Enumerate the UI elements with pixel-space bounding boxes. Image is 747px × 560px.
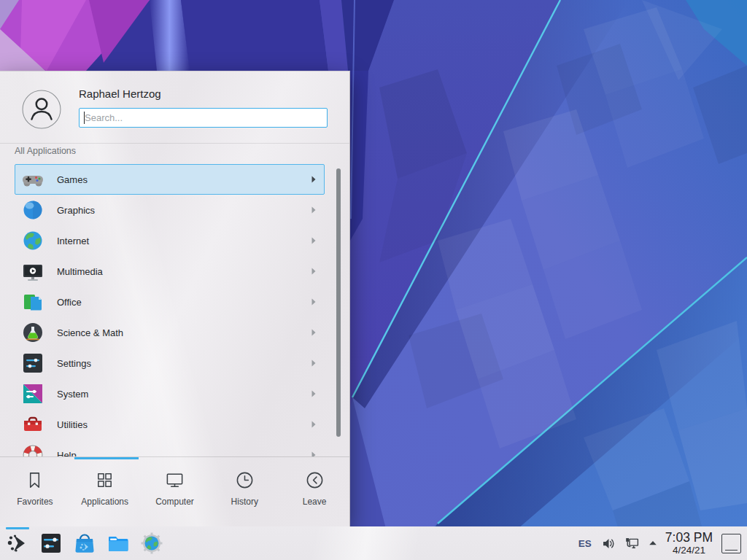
tab-label: Favorites	[17, 497, 53, 507]
show-desktop-button[interactable]	[721, 534, 741, 553]
chevron-right-icon	[311, 236, 317, 245]
tab-favorites[interactable]: Favorites	[0, 458, 70, 526]
multimedia-icon	[21, 260, 44, 283]
tab-history[interactable]: History	[209, 458, 279, 526]
section-label: All Applications	[15, 146, 76, 156]
category-office[interactable]: Office	[15, 287, 325, 317]
clock-time: 7:03 PM	[665, 531, 713, 545]
category-label: Internet	[57, 236, 89, 246]
chevron-right-icon	[311, 175, 317, 184]
category-system[interactable]: System	[15, 378, 325, 409]
web-browser-button[interactable]	[139, 530, 165, 556]
chevron-right-icon	[311, 206, 317, 214]
caret-up-icon[interactable]	[648, 538, 658, 548]
category-internet[interactable]: Internet	[15, 225, 325, 256]
clock-date: 4/24/21	[665, 545, 713, 556]
gamepad-icon	[21, 168, 44, 191]
user-name: Raphael Hertzog	[79, 88, 161, 100]
category-list: Games Graphics Internet Multimedia Offic…	[0, 160, 350, 456]
discover-button[interactable]	[71, 530, 98, 556]
taskbar-launchers	[4, 526, 165, 560]
chevron-right-icon	[311, 420, 317, 429]
system-tray: ES 7:03 PM 4/24/21	[578, 526, 741, 560]
office-icon	[21, 290, 44, 314]
category-label: Multimedia	[57, 266, 103, 277]
settings-sliders-icon	[21, 351, 44, 375]
chevron-right-icon	[311, 298, 317, 306]
science-flask-icon	[21, 321, 44, 344]
category-label: Games	[57, 174, 88, 185]
chevron-right-icon	[311, 359, 317, 368]
tab-computer[interactable]: Computer	[140, 458, 210, 526]
keyboard-layout-indicator[interactable]: ES	[578, 538, 592, 549]
tab-applications[interactable]: Applications	[70, 458, 140, 526]
text-cursor	[84, 112, 85, 124]
kde-launcher-icon	[6, 532, 29, 555]
system-settings-icon	[39, 532, 63, 555]
file-manager-button[interactable]	[105, 530, 131, 556]
category-help[interactable]: Help	[15, 440, 325, 456]
bookmark-icon	[25, 470, 44, 490]
discover-bag-icon	[73, 532, 96, 555]
life-ring-icon	[21, 443, 44, 456]
list-scrollbar[interactable]	[336, 168, 341, 437]
chevron-right-icon	[311, 389, 317, 398]
graphics-sphere-icon	[21, 198, 44, 222]
network-icon[interactable]	[624, 536, 640, 551]
category-label: Office	[57, 297, 82, 308]
tab-label: Applications	[81, 497, 128, 507]
toolbox-icon	[21, 413, 44, 436]
category-games[interactable]: Games	[15, 164, 325, 195]
category-label: Graphics	[57, 205, 95, 216]
category-settings[interactable]: Settings	[15, 348, 325, 378]
launcher-tabbar: Favorites Applications Computer History …	[0, 458, 349, 526]
tab-label: Computer	[155, 497, 194, 507]
category-label: Help	[57, 450, 77, 457]
search-input[interactable]	[79, 108, 328, 128]
monitor-icon	[165, 470, 185, 490]
digital-clock[interactable]: 7:03 PM 4/24/21	[665, 531, 713, 556]
category-science-math[interactable]: Science & Math	[15, 317, 325, 348]
tab-label: History	[231, 497, 258, 507]
leave-back-icon	[305, 470, 325, 490]
folder-icon	[107, 532, 130, 555]
application-launcher-button[interactable]	[4, 530, 31, 556]
category-label: Utilities	[57, 419, 88, 430]
volume-icon[interactable]	[601, 536, 616, 551]
user-avatar[interactable]	[22, 90, 61, 129]
category-label: Settings	[57, 358, 91, 369]
tabbar-separator	[0, 456, 349, 457]
chevron-right-icon	[311, 267, 317, 276]
grid-icon	[95, 470, 115, 490]
globe-icon	[21, 229, 44, 252]
category-label: Science & Math	[57, 327, 123, 338]
category-utilities[interactable]: Utilities	[15, 409, 325, 440]
header-separator	[0, 143, 349, 144]
clock-icon	[235, 470, 255, 490]
browser-globe-icon	[140, 532, 163, 555]
chevron-right-icon	[311, 451, 317, 456]
chevron-right-icon	[311, 328, 317, 337]
system-settings-button[interactable]	[38, 530, 64, 556]
taskbar-panel: ES 7:03 PM 4/24/21	[0, 526, 747, 560]
tab-leave[interactable]: Leave	[279, 458, 349, 526]
category-graphics[interactable]: Graphics	[15, 195, 325, 225]
tab-label: Leave	[303, 497, 327, 507]
system-sliders-icon	[21, 382, 44, 405]
category-multimedia[interactable]: Multimedia	[15, 256, 325, 287]
application-launcher-menu: Raphael Hertzog All Applications Games G…	[0, 71, 350, 526]
category-label: System	[57, 389, 88, 400]
